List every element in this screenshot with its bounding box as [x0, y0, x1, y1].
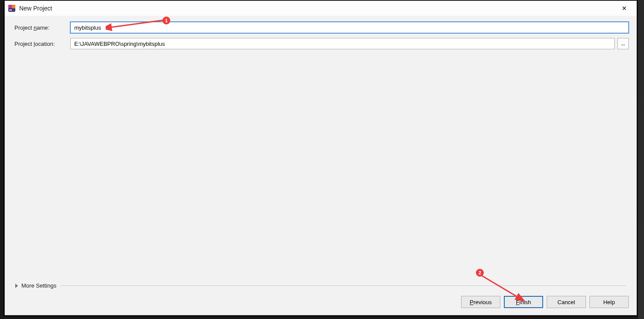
titlebar: New Project ✕	[5, 1, 637, 16]
svg-rect-2	[12, 5, 15, 8]
background-strip	[638, 0, 644, 319]
project-name-input[interactable]	[70, 22, 629, 33]
separator-line	[61, 285, 626, 286]
svg-rect-1	[8, 5, 12, 8]
finish-button[interactable]: Finish	[504, 296, 543, 308]
project-name-row: Project name:	[14, 22, 629, 33]
project-location-input[interactable]	[70, 38, 615, 49]
intellij-icon	[7, 4, 16, 13]
ellipsis-icon: ...	[621, 41, 625, 46]
project-location-label: Project location:	[14, 41, 70, 47]
previous-button[interactable]: Previous	[461, 296, 500, 308]
project-location-row: Project location: ...	[14, 38, 629, 49]
project-name-label: Project name:	[14, 24, 70, 31]
more-settings-label: More Settings	[21, 282, 56, 289]
form-area: Project name: Project location: ...	[5, 16, 637, 49]
more-settings-toggle[interactable]: More Settings	[15, 282, 626, 289]
dialog-button-row: Previous Finish Cancel Help	[461, 296, 629, 308]
close-icon: ✕	[622, 5, 627, 12]
expand-right-icon	[15, 284, 18, 288]
svg-rect-3	[9, 10, 12, 10]
new-project-dialog: New Project ✕ Project name: Project loca…	[4, 0, 637, 316]
dialog-title: New Project	[19, 5, 52, 12]
browse-location-button[interactable]: ...	[617, 38, 629, 49]
cancel-button[interactable]: Cancel	[547, 296, 586, 308]
help-button[interactable]: Help	[589, 296, 629, 308]
close-button[interactable]: ✕	[615, 2, 634, 15]
